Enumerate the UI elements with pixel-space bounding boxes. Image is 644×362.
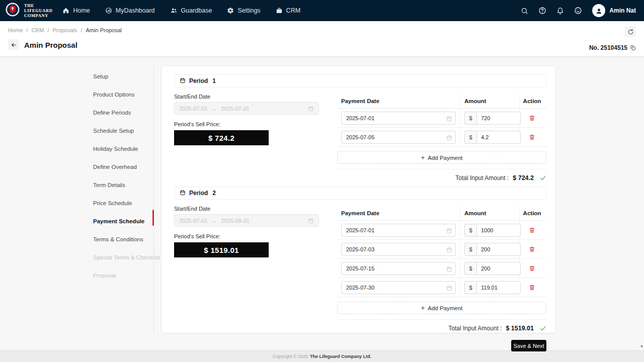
amount-input[interactable] (476, 281, 521, 294)
trash-icon (529, 227, 535, 233)
help-icon[interactable] (538, 7, 546, 15)
amount-input[interactable] (476, 224, 521, 237)
period-2-header: Period 2 (174, 187, 546, 200)
period-index: 1 (212, 77, 216, 84)
delete-payment-button[interactable] (528, 133, 536, 141)
title-row: Amin Proposal (8, 39, 77, 50)
add-payment-button[interactable]: + Add Payment (337, 302, 546, 314)
user-name: Amin Nat (609, 7, 636, 14)
nav-item-home[interactable]: Home (62, 7, 90, 14)
trash-icon (529, 265, 535, 272)
nav-label: Home (73, 7, 90, 14)
bell-icon[interactable] (556, 7, 564, 15)
period-1-info: Start/End Date 2025-07-01 → 2025-07-31 P… (174, 94, 319, 182)
payment-date-input[interactable] (341, 224, 456, 237)
check-icon (539, 174, 546, 182)
save-next-button[interactable]: Save & Next (511, 340, 546, 351)
period-2-info: Start/End Date 2025-07-01 → 2025-08-31 P… (174, 206, 319, 332)
brand-crest-icon (5, 2, 20, 19)
breadcrumb: Home / CRM / Proposals / Amin Proposal (8, 27, 122, 33)
copy-icon[interactable] (630, 45, 636, 51)
amount-input[interactable] (476, 131, 521, 144)
sidebar-item-payment-schedule[interactable]: Payment Schedule (93, 212, 152, 230)
payment-row: $ (337, 278, 546, 297)
briefcase-icon (276, 7, 283, 14)
sidebar-item-define-overhead[interactable]: Define Overhead (93, 158, 152, 176)
sidebar-item-special-terms: Special Terms & Checklist (93, 248, 152, 266)
payment-date-input[interactable] (341, 112, 456, 125)
breadcrumb-current: Amin Proposal (86, 27, 122, 33)
period-1-total-value: $ 724.2 (513, 174, 534, 182)
trash-icon (529, 134, 535, 140)
search-icon[interactable] (521, 7, 528, 15)
payment-row: $ (337, 259, 546, 278)
gear-icon (227, 7, 234, 14)
reload-button[interactable] (625, 26, 636, 37)
delete-payment-button[interactable] (528, 264, 536, 273)
sidebar-item-schedule-setup[interactable]: Schedule Setup (93, 122, 152, 140)
period-2-total-row: Total Input Amount : $ 1519.01 (337, 319, 546, 332)
back-button[interactable] (8, 39, 19, 50)
delete-payment-button[interactable] (528, 114, 536, 122)
nav-item-mydashboard[interactable]: MyDashboard (105, 7, 155, 14)
sidebar-item-term-details[interactable]: Term Details (93, 176, 152, 194)
add-payment-label: Add Payment (428, 155, 462, 161)
footer: Copyright © 2025 The Lifeguard Company L… (0, 350, 644, 362)
payment-row: $ (337, 109, 546, 128)
amount-input[interactable] (476, 112, 521, 125)
scrollbar-down-arrow[interactable]: ▾ (640, 344, 643, 349)
nav-item-guardbase[interactable]: Guardbase (170, 7, 212, 14)
currency-prefix: $ (464, 131, 476, 144)
delete-payment-button[interactable] (528, 245, 536, 253)
payment-date-input[interactable] (341, 131, 456, 144)
table-header-row: Payment Date Amount Action (337, 206, 546, 221)
period-1-sell-price: $ 724.2 (174, 130, 269, 145)
back-arrow-icon (11, 42, 17, 48)
trash-icon (529, 246, 535, 252)
nav-item-settings[interactable]: Settings (227, 7, 260, 14)
sidebar-item-terms-conditions[interactable]: Terms & Conditions (93, 230, 152, 248)
total-label: Total Input Amount : (455, 174, 509, 182)
range-start: 2025-07-01 (179, 106, 207, 112)
sell-price-label: Period's Sell Price: (174, 121, 319, 127)
brand-logo[interactable]: THE LIFEGUARD COMPANY (0, 2, 59, 19)
payment-date-input[interactable] (341, 281, 456, 294)
period-2-total-value: $ 1519.01 (506, 325, 534, 332)
currency-prefix: $ (464, 281, 476, 294)
sidebar-item-define-periods[interactable]: Define Periods (93, 104, 152, 122)
period-1-date-range: 2025-07-01 → 2025-07-31 (174, 102, 319, 115)
breadcrumb-crm[interactable]: CRM (31, 27, 44, 33)
currency-prefix: $ (464, 243, 476, 256)
period-label: Period (189, 77, 208, 84)
sidebar-active-indicator (152, 210, 154, 226)
amount-input[interactable] (476, 243, 521, 256)
nav-item-crm[interactable]: CRM (276, 7, 300, 14)
check-icon (539, 325, 546, 332)
sidebar-item-price-schedule[interactable]: Price Schedule (93, 194, 152, 212)
user-menu[interactable]: Amin Nat (592, 4, 636, 17)
delete-payment-button[interactable] (528, 226, 536, 234)
add-payment-button[interactable]: + Add Payment (337, 151, 546, 164)
copyright-text: Copyright © 2025 (273, 354, 308, 359)
breadcrumb-proposals[interactable]: Proposals (53, 27, 77, 33)
amount-input[interactable] (476, 262, 521, 275)
main-nav: Home MyDashboard Guardbase Settings CRM (62, 7, 300, 14)
period-1-section: Period 1 Start/End Date 2025-07-01 → 202… (174, 74, 546, 182)
payment-row: $ (337, 240, 546, 259)
smiley-icon[interactable] (574, 7, 582, 15)
delete-payment-button[interactable] (528, 283, 536, 292)
sidebar-item-holiday-schedule[interactable]: Holiday Schedule (93, 140, 152, 158)
sidebar-item-setup[interactable]: Setup (93, 67, 152, 85)
period-2-date-range: 2025-07-01 → 2025-08-31 (174, 214, 319, 227)
range-start: 2025-07-01 (179, 218, 207, 224)
sidebar-item-product-options[interactable]: Product Options (93, 85, 152, 104)
table-header-row: Payment Date Amount Action (337, 94, 546, 109)
payment-date-input[interactable] (341, 262, 456, 275)
calendar-icon (180, 77, 186, 85)
avatar (592, 4, 605, 17)
calendar-icon (180, 190, 186, 197)
period-1-total-row: Total Input Amount : $ 724.2 (337, 169, 546, 182)
payment-row: $ (337, 221, 546, 240)
breadcrumb-home[interactable]: Home (8, 27, 23, 33)
payment-date-input[interactable] (341, 243, 456, 256)
